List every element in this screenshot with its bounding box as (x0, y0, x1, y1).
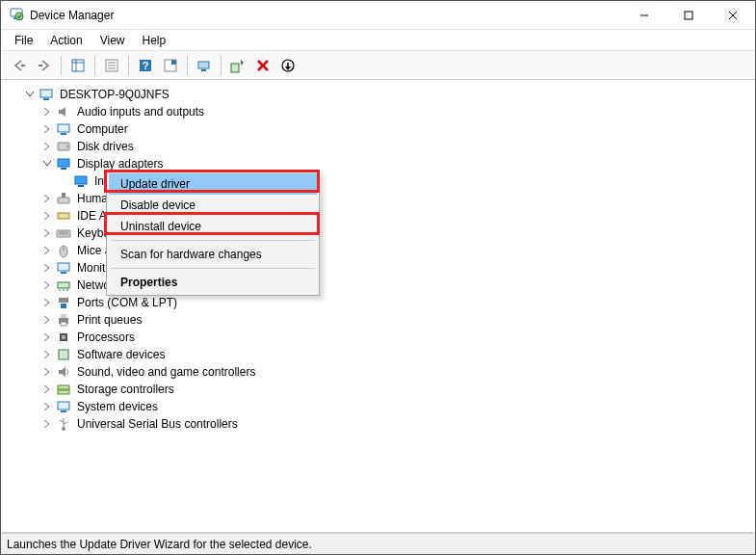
tree-node-print[interactable]: Print queues (10, 311, 754, 329)
toolbar-separator (94, 56, 95, 75)
toolbar-separator (221, 56, 222, 75)
tree-label: Huma (75, 190, 110, 207)
caret-right-icon[interactable] (40, 400, 54, 413)
computer-icon (56, 121, 71, 137)
ctx-update-driver[interactable]: Update driver (109, 173, 317, 195)
caret-right-icon[interactable] (40, 278, 54, 292)
tree-label: Disk drives (75, 138, 136, 155)
display-adapter-icon (56, 156, 71, 172)
caret-right-icon[interactable] (40, 296, 54, 309)
back-button[interactable] (8, 54, 31, 77)
caret-right-icon[interactable] (40, 192, 54, 205)
ports-icon (56, 295, 71, 310)
ctx-properties[interactable]: Properties (109, 272, 317, 293)
ctx-disable-device[interactable]: Disable device (109, 195, 317, 216)
tree-node-sound[interactable]: Sound, video and game controllers (10, 363, 754, 381)
svg-rect-4 (685, 12, 692, 19)
tree-label: Storage controllers (75, 381, 176, 398)
tree-label: Software devices (75, 346, 167, 363)
caret-right-icon[interactable] (40, 122, 54, 136)
caret-right-icon[interactable] (40, 209, 54, 223)
sound-icon (56, 364, 71, 380)
status-text: Launches the Update Driver Wizard for th… (7, 538, 312, 551)
properties-button[interactable] (100, 54, 123, 77)
storage-icon (56, 382, 71, 397)
tree-label: Monit (75, 259, 107, 277)
caret-right-icon[interactable] (40, 383, 54, 396)
svg-text:?: ? (143, 60, 149, 71)
usb-icon (56, 416, 71, 432)
tree-node-disk[interactable]: Disk drives (10, 138, 754, 155)
hid-icon (56, 191, 71, 206)
caret-down-icon[interactable] (23, 88, 37, 101)
svg-rect-52 (61, 304, 66, 308)
svg-rect-59 (58, 385, 69, 389)
minimize-button[interactable] (622, 1, 666, 29)
tree-node-system[interactable]: System devices (10, 398, 754, 415)
maximize-button[interactable] (666, 1, 711, 29)
caret-right-icon[interactable] (40, 244, 54, 257)
caret-right-icon[interactable] (40, 330, 54, 344)
action-options-button[interactable] (159, 54, 182, 77)
tree-node-usb[interactable]: Universal Serial Bus controllers (10, 415, 754, 433)
svg-rect-58 (59, 350, 68, 359)
tree-root-label: DESKTOP-9Q0JNFS (58, 86, 171, 103)
caret-right-icon[interactable] (40, 348, 54, 361)
caret-right-icon[interactable] (40, 105, 54, 119)
menu-action[interactable]: Action (42, 32, 90, 49)
network-icon (56, 278, 71, 293)
tree-node-computer[interactable]: Computer (10, 120, 754, 138)
device-tree-pane[interactable]: DESKTOP-9Q0JNFS Audio inputs and outputs… (2, 82, 754, 533)
svg-rect-27 (40, 90, 52, 97)
tree-node-audio[interactable]: Audio inputs and outputs (10, 103, 754, 120)
tree-label: System devices (75, 398, 160, 415)
tree-label: Processors (75, 329, 137, 346)
tree-node-storage[interactable]: Storage controllers (10, 381, 754, 398)
toolbar: ? (1, 51, 755, 80)
caret-right-icon[interactable] (40, 261, 54, 275)
tree-label: Universal Serial Bus controllers (75, 415, 240, 433)
tree-node-software[interactable]: Software devices (10, 346, 754, 363)
keyboard-icon (56, 225, 71, 241)
tree-node-processors[interactable]: Processors (10, 329, 754, 346)
titlebar: Device Manager (1, 1, 755, 30)
svg-rect-29 (58, 124, 69, 132)
caret-down-icon[interactable] (40, 157, 54, 171)
tree-root[interactable]: DESKTOP-9Q0JNFS (10, 86, 754, 103)
svg-rect-37 (58, 198, 69, 203)
forward-button[interactable] (33, 54, 56, 77)
close-button[interactable] (711, 1, 755, 29)
menu-file[interactable]: File (7, 32, 40, 49)
tree-node-ports[interactable]: Ports (COM & LPT) (10, 294, 754, 311)
caret-right-icon[interactable] (40, 226, 54, 240)
toolbar-separator (61, 56, 62, 75)
caret-right-icon[interactable] (40, 313, 54, 327)
uninstall-device-button[interactable] (251, 54, 274, 77)
window-title: Device Manager (30, 9, 114, 22)
caret-right-icon[interactable] (40, 417, 54, 431)
audio-icon (56, 104, 71, 119)
ctx-uninstall-device[interactable]: Uninstall device (109, 216, 317, 237)
display-adapter-icon (73, 173, 89, 189)
svg-rect-28 (43, 98, 49, 100)
svg-rect-54 (61, 314, 66, 318)
svg-rect-34 (61, 168, 66, 170)
cpu-icon (56, 330, 71, 345)
menu-help[interactable]: Help (135, 32, 174, 49)
menu-view[interactable]: View (92, 32, 133, 49)
svg-point-32 (66, 145, 68, 147)
help-button[interactable]: ? (134, 54, 157, 77)
caret-right-icon[interactable] (40, 365, 54, 379)
tree-label: Sound, video and game controllers (75, 363, 257, 381)
show-hide-console-tree-button[interactable] (66, 54, 90, 77)
ctx-scan-hardware[interactable]: Scan for hardware changes (109, 244, 317, 265)
svg-rect-62 (61, 410, 66, 412)
scan-hardware-button[interactable] (193, 54, 216, 77)
svg-rect-30 (61, 133, 66, 135)
caret-right-icon[interactable] (40, 140, 54, 153)
disable-device-button[interactable] (276, 54, 300, 77)
update-driver-button[interactable] (226, 54, 249, 77)
svg-rect-57 (62, 335, 65, 339)
svg-rect-19 (171, 60, 176, 65)
svg-line-66 (64, 422, 67, 424)
